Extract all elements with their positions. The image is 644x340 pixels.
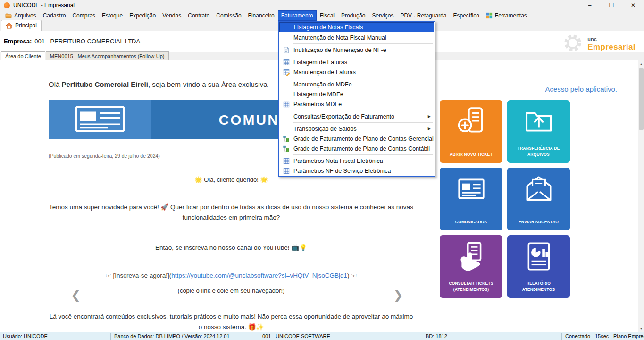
close-button[interactable]: ✕	[622, 0, 644, 10]
consult-tickets-icon	[440, 241, 502, 272]
menu-item-label: Parâmetros NF de Serviço Eletrônica	[293, 168, 391, 174]
menubar-item-label: Contrato	[188, 12, 209, 19]
menubar-item-fiscal[interactable]: Fiscal	[317, 10, 338, 21]
titlebar: UNICODE - Empresarial – ☐ ✕	[0, 0, 644, 10]
minimize-button[interactable]: –	[579, 0, 601, 10]
menubar-item-servicos[interactable]: Serviços	[368, 10, 397, 21]
menu-item-consultas-exportacao-de-faturamento[interactable]: Consultas/Exportação de Faturamento▶	[279, 111, 435, 121]
statusbar-separator	[259, 333, 259, 340]
chevron-down-icon[interactable]: ▾	[640, 333, 643, 338]
menu-item-parametros-nota-fiscal-eletronica[interactable]: Parâmetros Nota Fiscal Eletrônica	[279, 156, 435, 166]
menubar-item-estoque[interactable]: Estoque	[99, 10, 126, 21]
tile-comunicados[interactable]: COMUNICADOS	[440, 168, 502, 230]
subtab-men0015-meus-acompanhamentos-follow-up[interactable]: MEN0015 - Meus Acompanhamentos (Follow-U…	[46, 51, 169, 60]
menubar-item-compras[interactable]: Compras	[69, 10, 99, 21]
menubar-item-contrato[interactable]: Contrato	[184, 10, 213, 21]
company-label: Empresa:	[4, 38, 32, 45]
menubar-item-especifico[interactable]: Específico	[450, 10, 482, 21]
statusbar: Usuário: UNICODE Banco de Dados: DB LIMP…	[0, 332, 644, 340]
menubar-item-arquivos[interactable]: Arquivos	[2, 10, 40, 21]
menubar-item-label: Cadastro	[43, 12, 66, 19]
menu-item-listagem-de-mdfe[interactable]: Listagem de MDFe	[279, 89, 435, 99]
menubar-item-label: Expedição	[129, 12, 156, 19]
menu-item-listagem-de-faturas[interactable]: Listagem de Faturas	[279, 57, 435, 67]
menu-item-label: Transposição de Saldos	[293, 126, 357, 132]
menu-item-parametros-mdfe[interactable]: Parâmetros MDFe	[279, 99, 435, 109]
tile-consultar-tickets-atendimentos[interactable]: CONSULTAR TICKETS (ATENDIMENTOS)	[440, 235, 502, 298]
menubar-item-producao[interactable]: Produção	[338, 10, 368, 21]
tile-transferencia-de-arquivos[interactable]: TRANSFERÊNCIA DE ARQUIVOS	[507, 100, 570, 163]
subtab-area-do-cliente[interactable]: Área do Cliente	[1, 51, 45, 60]
menu-item-transposicao-de-saldos[interactable]: Transposição de Saldos▶	[279, 124, 435, 134]
menubar-item-faturamento[interactable]: Faturamento	[278, 10, 317, 21]
menu-item-grade-de-faturamento-de-plano-de-contas-gerencial[interactable]: Grade de Faturamento de Plano de Contas …	[279, 134, 435, 144]
menu-item-manutencao-de-nota-fiscal-manual[interactable]: Manutenção de Nota Fiscal Manual	[279, 33, 435, 42]
panel-title: Acesso pelo aplicativo.	[545, 85, 617, 93]
menu-item-label: Parâmetros Nota Fiscal Eletrônica	[293, 158, 383, 164]
menubar-item-label: Fiscal	[320, 12, 335, 19]
status-database: Banco de Dados: DB LIMPO / Versão: 2024.…	[114, 333, 230, 339]
report-icon	[507, 241, 570, 272]
menu-item-label: Manutenção de Nota Fiscal Manual	[293, 34, 386, 41]
status-company: 001 - UNICODE SOFTWARE	[262, 333, 330, 339]
carousel-next-button[interactable]: ❯	[393, 288, 403, 303]
scroll-up-icon[interactable]: ▲	[638, 60, 644, 68]
menu-separator	[293, 122, 433, 123]
tile-relatorio-atendimentos[interactable]: RELATÓRIO ATENDIMENTOS	[507, 235, 570, 298]
closing-paragraph: Lá você encontrará conteúdos exclusivos,…	[49, 312, 414, 332]
menubar-item-comissao[interactable]: Comissão	[213, 10, 244, 21]
statusbar-separator	[561, 333, 562, 340]
menubar-item-ferramentas[interactable]: Ferramentas	[483, 10, 530, 21]
menubar-item-cadastro[interactable]: Cadastro	[40, 10, 69, 21]
scroll-down-icon[interactable]: ▼	[638, 325, 644, 332]
menubar-item-vendas[interactable]: Vendas	[159, 10, 184, 21]
carousel-prev-button[interactable]: ❮	[71, 288, 81, 303]
menu-item-label: Listagem de Faturas	[293, 59, 347, 66]
menu-item-grade-de-faturamento-de-plano-de-contas-contabil[interactable]: Grade de Faturamento de Plano de Contas …	[279, 144, 435, 153]
statusbar-separator	[422, 333, 422, 340]
maximize-button[interactable]: ☐	[601, 0, 622, 10]
news-paragraph: Temos uma super novidade para você! 🚀 Qu…	[49, 202, 414, 222]
vertical-scrollbar[interactable]: ▲ ▼	[638, 60, 644, 332]
tile-enviar-sugestao[interactable]: ENVIAR SUGESTÃO	[507, 168, 570, 230]
app-window: UNICODE - Empresarial – ☐ ✕ ArquivosCada…	[0, 0, 644, 340]
company-line: Empresa:001 - PERFITUBO COMERCIAL LTDA	[4, 38, 140, 45]
tile-label: COMUNICADOS	[443, 219, 500, 225]
tree-icon	[282, 136, 291, 142]
menubar-item-pdv-retaguarda[interactable]: PDV - Retaguarda	[397, 10, 450, 21]
folder-icon	[5, 13, 12, 18]
news-icon	[440, 173, 502, 204]
menu-item-label: Grade de Faturamento de Plano de Contas …	[293, 145, 430, 152]
menu-item-manutencao-de-faturas[interactable]: Manutenção de Faturas	[279, 67, 435, 77]
company-value: 001 - PERFITUBO COMERCIAL LTDA	[34, 38, 140, 45]
status-user: Usuário: UNICODE	[3, 333, 48, 339]
submenu-arrow-icon: ▶	[428, 114, 431, 119]
menu-item-label: Listagem de Notas Fiscais	[294, 24, 363, 31]
grid-icon	[282, 168, 291, 174]
tools-icon	[486, 12, 493, 19]
banner-icon-area	[49, 100, 151, 139]
menu-item-inutilizacao-de-numeracao-de-nf-e[interactable]: Inutilização de Numeração de NF-e	[279, 45, 435, 55]
menubar-item-expedicao[interactable]: Expedição	[126, 10, 159, 21]
menubar: ArquivosCadastroComprasEstoqueExpediçãoV…	[0, 10, 644, 21]
menu-item-listagem-de-notas-fiscais[interactable]: Listagem de Notas Fiscais	[279, 22, 434, 32]
menu-item-label: Manutenção de MDFe	[293, 81, 352, 88]
menubar-item-label: Específico	[453, 12, 479, 19]
link-suffix: ) ☜	[347, 272, 357, 279]
menubar-item-label: Serviços	[372, 12, 393, 19]
menu-item-label: Manutenção de Faturas	[293, 69, 356, 76]
menubar-item-label: Vendas	[162, 12, 181, 19]
tile-abrir-novo-ticket[interactable]: ABRIR NOVO TICKET	[440, 100, 502, 163]
tab-principal[interactable]: Principal	[1, 20, 42, 31]
tab-principal-label: Principal	[15, 22, 37, 29]
youtube-link[interactable]: https://youtube.com/@unclabsoftware?si=v…	[171, 272, 347, 279]
menubar-item-financeiro[interactable]: Financeiro	[245, 10, 278, 21]
menu-item-parametros-nf-de-servico-eletronica[interactable]: Parâmetros NF de Serviço Eletrônica	[279, 166, 435, 176]
status-bd: BD: 1812	[426, 333, 447, 339]
menu-item-label: Grade de Faturamento de Plano de Contas …	[293, 136, 434, 142]
scrollbar-thumb[interactable]	[639, 68, 644, 130]
tile-label: RELATÓRIO ATENDIMENTOS	[510, 280, 567, 293]
welcome-message: Olá Perfitubo Comercial Eireli, seja bem…	[49, 80, 268, 88]
menubar-item-label: PDV - Retaguarda	[400, 12, 446, 19]
menu-item-manutencao-de-mdfe[interactable]: Manutenção de MDFe	[279, 79, 435, 89]
